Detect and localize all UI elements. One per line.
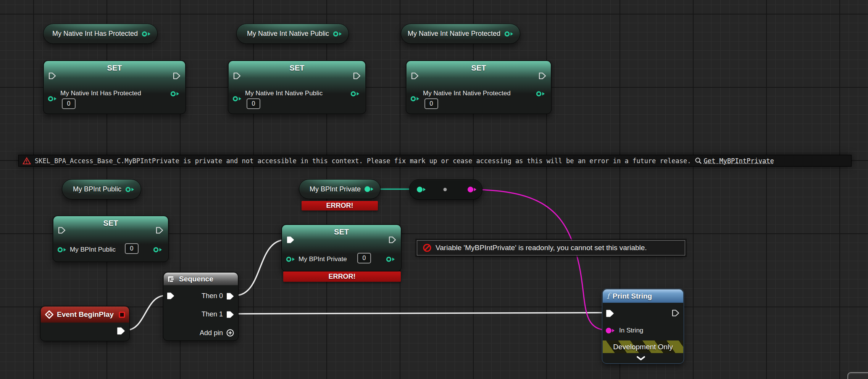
set-node-title: SET xyxy=(282,228,401,236)
then1-label: Then 1 xyxy=(202,310,223,318)
set-node-my-native-int-native-public[interactable]: SET My Native Int Native Public 0 xyxy=(228,60,366,114)
print-string-title: Print String xyxy=(613,292,652,300)
warning-triangle-icon xyxy=(23,157,31,165)
no-entry-icon xyxy=(423,243,432,252)
chevron-down-icon[interactable] xyxy=(636,356,646,361)
add-pin-row[interactable]: Add pin xyxy=(200,329,234,337)
wire-event-to-sequence xyxy=(126,295,166,330)
error-banner-set-private: ERROR! xyxy=(283,271,401,282)
int-output-pin[interactable] xyxy=(125,186,135,193)
print-string-header: f Print String xyxy=(603,289,683,303)
int-in-pin[interactable] xyxy=(47,95,58,102)
compiler-warning-bar: SKEL_BPA_Access_Base_C.MyBPIntPrivate is… xyxy=(18,155,852,167)
getter-label: My Native Int Native Public xyxy=(247,30,329,38)
int-in-pin[interactable] xyxy=(232,95,242,102)
exec-in-pin-connected[interactable] xyxy=(605,309,615,318)
int-out-pin[interactable] xyxy=(350,90,360,97)
wire-then0-to-set xyxy=(235,240,286,295)
value-input[interactable]: 0 xyxy=(62,98,76,109)
exec-in-pin-connected[interactable] xyxy=(166,292,175,300)
getter-label: My Native Int Has Protected xyxy=(52,30,138,38)
delegate-pin[interactable] xyxy=(119,312,125,318)
add-pin-label: Add pin xyxy=(200,329,223,337)
set-node-my-native-int-has-protected[interactable]: SET My Native Int Has Protected 0 xyxy=(43,60,186,114)
event-title: Event BeginPlay xyxy=(57,310,114,319)
compiler-warning-text: SKEL_BPA_Access_Base_C.MyBPIntPrivate is… xyxy=(35,157,691,165)
convert-int-to-string-node[interactable] xyxy=(409,179,482,200)
int-out-pin[interactable] xyxy=(170,90,180,97)
exec-in-pin[interactable] xyxy=(411,72,419,80)
exec-in-pin[interactable] xyxy=(48,72,56,80)
event-icon xyxy=(45,310,54,319)
exec-in-pin-connected[interactable] xyxy=(286,236,295,244)
readonly-warning-tooltip: Variable 'MyBPIntPrivate' is readonly, y… xyxy=(417,240,685,255)
exec-out-pin[interactable] xyxy=(173,72,181,80)
exec-in-pin[interactable] xyxy=(233,72,241,80)
then1-exec-pin-connected[interactable] xyxy=(226,311,234,318)
value-input[interactable]: 0 xyxy=(357,253,371,263)
exec-out-pin[interactable] xyxy=(388,236,397,244)
int-in-pin[interactable] xyxy=(286,256,296,263)
wire-then1-to-print xyxy=(235,313,608,314)
set-node-title: SET xyxy=(406,64,551,72)
int-in-pin-connected[interactable] xyxy=(416,186,427,193)
string-in-pin-connected[interactable] xyxy=(605,327,616,334)
in-string-label: In String xyxy=(619,327,643,334)
int-out-pin[interactable] xyxy=(153,246,163,253)
set-node-my-bpint-private[interactable]: SET My BPInt Private 0 xyxy=(281,224,402,271)
value-input[interactable]: 0 xyxy=(247,98,260,109)
getter-node-my-native-int-native-public[interactable]: My Native Int Native Public xyxy=(236,24,349,44)
sequence-then1-row: Then 1 xyxy=(202,310,234,318)
set-pin-label: My BPInt Public xyxy=(70,246,116,254)
getter-node-my-bpint-private[interactable]: My BPInt Private xyxy=(299,179,381,199)
getter-label: My BPInt Public xyxy=(73,185,121,193)
blueprint-graph-canvas[interactable]: My Native Int Has Protected My Native In… xyxy=(0,0,868,379)
add-pin-icon[interactable] xyxy=(226,329,234,337)
event-header: Event BeginPlay xyxy=(41,307,129,323)
set-pin-label: My Native Int Native Protected xyxy=(423,90,511,97)
exec-in-pin[interactable] xyxy=(58,226,66,234)
int-out-pin[interactable] xyxy=(386,256,396,263)
int-in-pin[interactable] xyxy=(57,246,67,253)
sequence-header: Sequence xyxy=(164,273,238,285)
error-banner-getter-private: ERROR! xyxy=(302,201,378,210)
exec-out-pin[interactable] xyxy=(538,72,547,80)
set-node-my-bpint-public[interactable]: SET My BPInt Public 0 xyxy=(53,215,169,262)
offscreen-node-corner[interactable] xyxy=(847,372,868,379)
string-out-pin-connected[interactable] xyxy=(467,186,478,193)
set-node-title: SET xyxy=(53,219,168,228)
set-pin-label: My BPInt Private xyxy=(298,255,347,263)
exec-out-pin-connected[interactable] xyxy=(116,327,126,335)
value-input[interactable]: 0 xyxy=(424,98,438,109)
exec-out-pin[interactable] xyxy=(353,72,361,80)
value-input[interactable]: 0 xyxy=(125,243,139,254)
print-string-node[interactable]: f Print String In String Development Onl… xyxy=(602,289,684,364)
set-node-title: SET xyxy=(228,64,366,72)
int-output-pin-connected[interactable] xyxy=(364,186,374,193)
int-output-pin[interactable] xyxy=(141,31,152,37)
development-only-banner: Development Only xyxy=(603,340,683,353)
int-out-pin[interactable] xyxy=(536,90,546,97)
set-node-title: SET xyxy=(44,64,186,72)
search-icon xyxy=(695,157,702,164)
int-output-pin[interactable] xyxy=(504,31,514,37)
set-node-my-native-int-native-protected[interactable]: SET My Native Int Native Protected 0 xyxy=(406,60,552,114)
getter-node-my-native-int-has-protected[interactable]: My Native Int Has Protected xyxy=(43,24,158,44)
then0-label: Then 0 xyxy=(202,292,223,300)
int-output-pin[interactable] xyxy=(332,31,343,37)
event-beginplay-node[interactable]: Event BeginPlay xyxy=(40,306,130,341)
getter-label: My Native Int Native Protected xyxy=(408,30,500,38)
sequence-then0-row: Then 0 xyxy=(202,292,234,300)
convert-dot-icon xyxy=(443,188,447,191)
int-in-pin[interactable] xyxy=(410,95,420,102)
then0-exec-pin-connected[interactable] xyxy=(226,292,234,300)
exec-out-pin[interactable] xyxy=(155,226,164,234)
getter-node-my-native-int-native-protected[interactable]: My Native Int Native Protected xyxy=(401,24,520,44)
getter-node-my-bpint-public[interactable]: My BPInt Public xyxy=(62,179,141,199)
exec-out-pin[interactable] xyxy=(671,309,680,317)
sequence-node[interactable]: Sequence Then 0 Then 1 Add pin xyxy=(163,272,239,341)
sequence-icon xyxy=(168,276,176,283)
compiler-warning-link[interactable]: Get MyBPIntPrivate xyxy=(695,157,774,165)
set-pin-label: My Native Int Has Protected xyxy=(60,90,141,97)
wire-string-to-print xyxy=(474,190,608,330)
